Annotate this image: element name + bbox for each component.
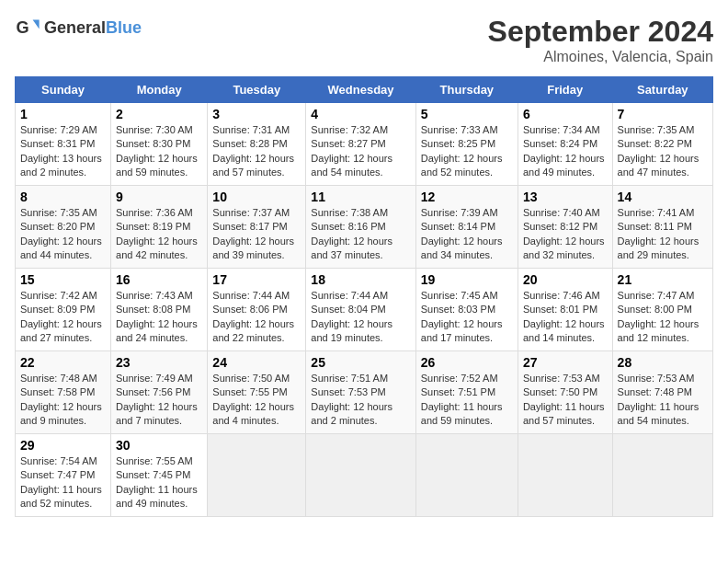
calendar-cell: 30 Sunrise: 7:55 AMSunset: 7:45 PMDaylig… (111, 434, 208, 517)
day-info: Sunrise: 7:36 AMSunset: 8:19 PMDaylight:… (116, 207, 198, 260)
day-number: 22 (20, 355, 106, 370)
day-number: 2 (116, 107, 202, 121)
calendar-cell: 27 Sunrise: 7:53 AMSunset: 7:50 PMDaylig… (518, 351, 612, 434)
calendar-cell: 4 Sunrise: 7:32 AMSunset: 8:27 PMDayligh… (306, 103, 415, 186)
calendar-week-3: 15 Sunrise: 7:42 AMSunset: 8:09 PMDaylig… (16, 269, 713, 351)
calendar-cell: 5 Sunrise: 7:33 AMSunset: 8:25 PMDayligh… (415, 103, 518, 186)
day-number: 21 (618, 272, 708, 287)
day-info: Sunrise: 7:46 AMSunset: 8:01 PMDaylight:… (523, 290, 605, 343)
day-number: 18 (311, 272, 410, 287)
calendar-header: SundayMondayTuesdayWednesdayThursdayFrid… (16, 77, 713, 103)
day-info: Sunrise: 7:48 AMSunset: 7:58 PMDaylight:… (20, 373, 102, 426)
page-header: G GeneralBlue September 2024 Almoines, V… (15, 15, 713, 65)
day-info: Sunrise: 7:39 AMSunset: 8:14 PMDaylight:… (421, 207, 503, 260)
calendar-table: SundayMondayTuesdayWednesdayThursdayFrid… (15, 76, 713, 517)
calendar-cell (306, 434, 415, 517)
day-number: 10 (212, 190, 301, 204)
calendar-cell: 12 Sunrise: 7:39 AMSunset: 8:14 PMDaylig… (415, 186, 518, 269)
day-info: Sunrise: 7:54 AMSunset: 7:47 PMDaylight:… (20, 455, 102, 509)
day-number: 26 (421, 355, 513, 370)
day-info: Sunrise: 7:42 AMSunset: 8:09 PMDaylight:… (20, 290, 102, 343)
calendar-cell: 17 Sunrise: 7:44 AMSunset: 8:06 PMDaylig… (208, 269, 306, 351)
header-day-thursday: Thursday (415, 77, 518, 103)
svg-marker-1 (33, 20, 40, 29)
day-info: Sunrise: 7:53 AMSunset: 7:50 PMDaylight:… (523, 373, 605, 426)
calendar-body: 1 Sunrise: 7:29 AMSunset: 8:31 PMDayligh… (16, 103, 713, 517)
calendar-cell (518, 434, 612, 517)
day-info: Sunrise: 7:51 AMSunset: 7:53 PMDaylight:… (311, 373, 392, 426)
day-info: Sunrise: 7:33 AMSunset: 8:25 PMDaylight:… (421, 124, 503, 178)
calendar-cell: 23 Sunrise: 7:49 AMSunset: 7:56 PMDaylig… (111, 351, 208, 434)
day-number: 30 (116, 438, 202, 453)
title-area: September 2024 Almoines, Valencia, Spain (488, 15, 713, 65)
day-number: 1 (20, 107, 106, 121)
calendar-cell: 3 Sunrise: 7:31 AMSunset: 8:28 PMDayligh… (208, 103, 306, 186)
logo-blue-text: Blue (106, 18, 142, 37)
day-info: Sunrise: 7:45 AMSunset: 8:03 PMDaylight:… (421, 290, 503, 343)
day-number: 19 (421, 272, 513, 287)
calendar-cell: 22 Sunrise: 7:48 AMSunset: 7:58 PMDaylig… (16, 351, 111, 434)
day-info: Sunrise: 7:35 AMSunset: 8:22 PMDaylight:… (618, 124, 700, 178)
calendar-cell: 26 Sunrise: 7:52 AMSunset: 7:51 PMDaylig… (415, 351, 518, 434)
day-number: 29 (20, 438, 106, 453)
calendar-cell: 14 Sunrise: 7:41 AMSunset: 8:11 PMDaylig… (612, 186, 712, 269)
svg-text:G: G (16, 18, 28, 37)
day-info: Sunrise: 7:43 AMSunset: 8:08 PMDaylight:… (116, 290, 198, 343)
day-number: 11 (311, 190, 410, 204)
day-number: 14 (618, 190, 708, 204)
day-info: Sunrise: 7:30 AMSunset: 8:30 PMDaylight:… (116, 124, 198, 178)
day-number: 4 (311, 107, 410, 121)
day-info: Sunrise: 7:50 AMSunset: 7:55 PMDaylight:… (212, 373, 294, 426)
day-info: Sunrise: 7:29 AMSunset: 8:31 PMDaylight:… (20, 124, 102, 178)
header-row: SundayMondayTuesdayWednesdayThursdayFrid… (16, 77, 713, 103)
calendar-cell: 6 Sunrise: 7:34 AMSunset: 8:24 PMDayligh… (518, 103, 612, 186)
day-info: Sunrise: 7:41 AMSunset: 8:11 PMDaylight:… (618, 207, 700, 260)
day-number: 8 (20, 190, 106, 204)
calendar-cell: 18 Sunrise: 7:44 AMSunset: 8:04 PMDaylig… (306, 269, 415, 351)
day-number: 9 (116, 190, 202, 204)
day-number: 16 (116, 272, 202, 287)
calendar-cell: 11 Sunrise: 7:38 AMSunset: 8:16 PMDaylig… (306, 186, 415, 269)
day-info: Sunrise: 7:40 AMSunset: 8:12 PMDaylight:… (523, 207, 605, 260)
day-info: Sunrise: 7:49 AMSunset: 7:56 PMDaylight:… (116, 373, 198, 426)
calendar-cell: 1 Sunrise: 7:29 AMSunset: 8:31 PMDayligh… (16, 103, 111, 186)
calendar-cell: 8 Sunrise: 7:35 AMSunset: 8:20 PMDayligh… (16, 186, 111, 269)
calendar-cell: 28 Sunrise: 7:53 AMSunset: 7:48 PMDaylig… (612, 351, 712, 434)
day-info: Sunrise: 7:37 AMSunset: 8:17 PMDaylight:… (212, 207, 294, 260)
location-title: Almoines, Valencia, Spain (488, 49, 713, 65)
calendar-cell: 19 Sunrise: 7:45 AMSunset: 8:03 PMDaylig… (415, 269, 518, 351)
logo: G GeneralBlue (15, 15, 142, 40)
logo-icon: G (15, 15, 40, 40)
day-number: 12 (421, 190, 513, 204)
header-day-sunday: Sunday (16, 77, 111, 103)
calendar-cell: 2 Sunrise: 7:30 AMSunset: 8:30 PMDayligh… (111, 103, 208, 186)
calendar-cell: 15 Sunrise: 7:42 AMSunset: 8:09 PMDaylig… (16, 269, 111, 351)
day-info: Sunrise: 7:47 AMSunset: 8:00 PMDaylight:… (618, 290, 700, 343)
header-day-monday: Monday (111, 77, 208, 103)
day-number: 3 (212, 107, 301, 121)
calendar-week-4: 22 Sunrise: 7:48 AMSunset: 7:58 PMDaylig… (16, 351, 713, 434)
day-info: Sunrise: 7:35 AMSunset: 8:20 PMDaylight:… (20, 207, 102, 260)
calendar-cell: 10 Sunrise: 7:37 AMSunset: 8:17 PMDaylig… (208, 186, 306, 269)
calendar-cell: 29 Sunrise: 7:54 AMSunset: 7:47 PMDaylig… (16, 434, 111, 517)
calendar-week-5: 29 Sunrise: 7:54 AMSunset: 7:47 PMDaylig… (16, 434, 713, 517)
calendar-cell: 7 Sunrise: 7:35 AMSunset: 8:22 PMDayligh… (612, 103, 712, 186)
day-info: Sunrise: 7:32 AMSunset: 8:27 PMDaylight:… (311, 124, 392, 178)
calendar-cell: 24 Sunrise: 7:50 AMSunset: 7:55 PMDaylig… (208, 351, 306, 434)
calendar-cell (415, 434, 518, 517)
calendar-cell: 25 Sunrise: 7:51 AMSunset: 7:53 PMDaylig… (306, 351, 415, 434)
calendar-cell (612, 434, 712, 517)
header-day-tuesday: Tuesday (208, 77, 306, 103)
day-number: 13 (523, 190, 608, 204)
day-number: 28 (618, 355, 708, 370)
header-day-friday: Friday (518, 77, 612, 103)
day-info: Sunrise: 7:34 AMSunset: 8:24 PMDaylight:… (523, 124, 605, 178)
day-info: Sunrise: 7:31 AMSunset: 8:28 PMDaylight:… (212, 124, 294, 178)
header-day-saturday: Saturday (612, 77, 712, 103)
logo-general-text: General (44, 18, 106, 37)
day-number: 27 (523, 355, 608, 370)
calendar-cell: 20 Sunrise: 7:46 AMSunset: 8:01 PMDaylig… (518, 269, 612, 351)
day-info: Sunrise: 7:55 AMSunset: 7:45 PMDaylight:… (116, 455, 198, 509)
day-number: 23 (116, 355, 202, 370)
day-info: Sunrise: 7:52 AMSunset: 7:51 PMDaylight:… (421, 373, 503, 426)
